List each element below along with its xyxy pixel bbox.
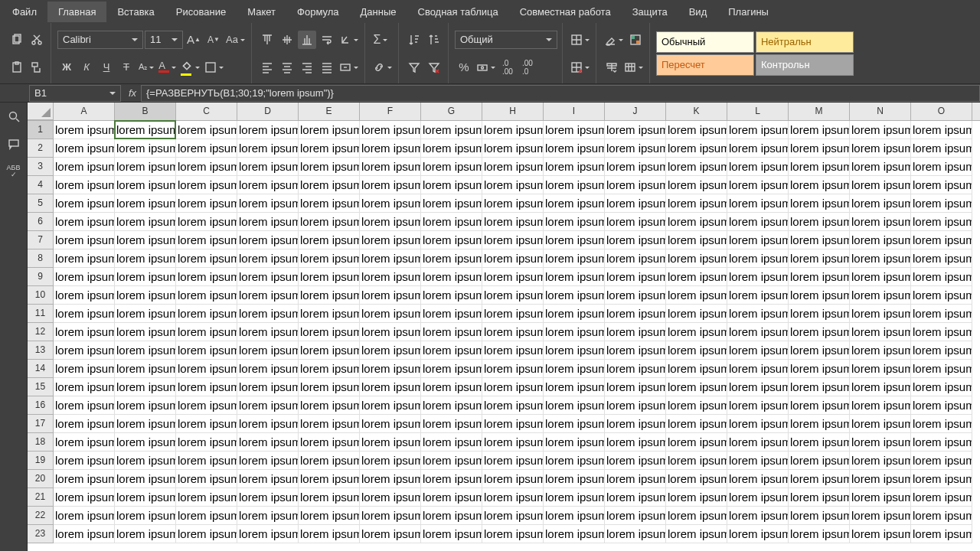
decrease-font-icon[interactable]: A▼ bbox=[204, 31, 223, 49]
row-header[interactable]: 17 bbox=[28, 415, 54, 433]
cell[interactable]: lorem ipsum bbox=[299, 139, 360, 158]
cell[interactable]: lorem ipsum bbox=[911, 360, 972, 378]
cell[interactable]: lorem ipsum bbox=[605, 268, 666, 286]
cell[interactable]: lorem ipsum bbox=[727, 323, 789, 341]
cell[interactable]: lorem ipsum bbox=[666, 268, 727, 286]
filter-icon[interactable] bbox=[405, 58, 423, 77]
cell[interactable]: lorem ipsum bbox=[605, 525, 666, 543]
column-header[interactable]: N bbox=[850, 103, 911, 120]
cell[interactable]: lorem ipsum bbox=[544, 249, 605, 268]
cell[interactable]: lorem ipsum bbox=[666, 139, 727, 158]
cell[interactable]: lorem ipsum bbox=[115, 305, 176, 323]
cell[interactable]: lorem ipsum bbox=[544, 305, 605, 323]
cell[interactable]: lorem ipsum bbox=[360, 470, 421, 488]
row-header[interactable]: 12 bbox=[28, 323, 54, 341]
cell[interactable]: lorem ipsum bbox=[911, 231, 972, 249]
cell[interactable]: lorem ipsum bbox=[115, 231, 176, 249]
insert-link-icon[interactable] bbox=[371, 58, 394, 77]
italic-button[interactable]: К bbox=[77, 58, 96, 77]
cell[interactable]: lorem ipsum bbox=[54, 525, 115, 543]
cell[interactable]: lorem ipsum bbox=[789, 213, 850, 231]
cell[interactable]: lorem ipsum bbox=[299, 194, 360, 213]
fx-icon[interactable]: fx bbox=[124, 87, 141, 99]
cell[interactable]: lorem ipsum bbox=[850, 341, 911, 360]
row-header[interactable]: 2 bbox=[28, 139, 54, 158]
cell[interactable]: lorem ipsum bbox=[850, 305, 911, 323]
style-neutral[interactable]: Нейтральн bbox=[756, 31, 854, 53]
cell[interactable]: lorem ipsum bbox=[237, 231, 299, 249]
cell[interactable]: lorem ipsum bbox=[176, 415, 237, 433]
cell[interactable]: lorem ipsum bbox=[789, 231, 850, 249]
cell[interactable]: lorem ipsum bbox=[727, 158, 789, 176]
cell[interactable]: lorem ipsum bbox=[176, 470, 237, 488]
cell[interactable]: lorem ipsum bbox=[299, 231, 360, 249]
cell[interactable]: lorem ipsum bbox=[850, 470, 911, 488]
row-header[interactable]: 16 bbox=[28, 396, 54, 415]
cell[interactable]: lorem ipsum bbox=[605, 213, 666, 231]
cell[interactable]: lorem ipsum bbox=[115, 176, 176, 194]
cell[interactable]: lorem ipsum bbox=[911, 415, 972, 433]
cell[interactable]: lorem ipsum bbox=[850, 488, 911, 507]
font-size-select[interactable]: 11 bbox=[145, 31, 183, 49]
cell[interactable]: lorem ipsum bbox=[176, 194, 237, 213]
cell[interactable]: lorem ipsum bbox=[421, 176, 482, 194]
name-box[interactable]: B1 bbox=[29, 85, 121, 102]
cell[interactable]: lorem ipsum bbox=[911, 452, 972, 470]
cell[interactable]: lorem ipsum bbox=[176, 360, 237, 378]
cell[interactable]: lorem ipsum bbox=[789, 360, 850, 378]
cell[interactable]: lorem ipsum bbox=[727, 452, 789, 470]
cell[interactable]: lorem ipsum bbox=[421, 433, 482, 452]
cell[interactable]: lorem ipsum bbox=[54, 341, 115, 360]
cell[interactable]: lorem ipsum bbox=[115, 139, 176, 158]
cell[interactable]: lorem ipsum bbox=[850, 231, 911, 249]
cell[interactable]: lorem ipsum bbox=[666, 433, 727, 452]
cell[interactable]: lorem ipsum bbox=[299, 378, 360, 396]
cell[interactable]: lorem ipsum bbox=[789, 194, 850, 213]
cell[interactable]: lorem ipsum bbox=[421, 507, 482, 525]
cell[interactable]: lorem ipsum bbox=[421, 268, 482, 286]
borders-icon[interactable] bbox=[203, 58, 225, 77]
cell[interactable]: lorem ipsum bbox=[237, 525, 299, 543]
cell[interactable]: lorem ipsum bbox=[176, 286, 237, 305]
cell[interactable]: lorem ipsum bbox=[544, 213, 605, 231]
cell[interactable]: lorem ipsum bbox=[54, 194, 115, 213]
cell[interactable]: lorem ipsum bbox=[666, 341, 727, 360]
increase-decimal-icon[interactable]: .00.0 bbox=[518, 58, 537, 77]
cell[interactable]: lorem ipsum bbox=[176, 305, 237, 323]
cell[interactable]: lorem ipsum bbox=[911, 488, 972, 507]
cell[interactable]: lorem ipsum bbox=[54, 360, 115, 378]
cell[interactable]: lorem ipsum bbox=[299, 323, 360, 341]
cell[interactable]: lorem ipsum bbox=[789, 507, 850, 525]
cell[interactable]: lorem ipsum bbox=[421, 378, 482, 396]
cell[interactable]: lorem ipsum bbox=[850, 194, 911, 213]
cell[interactable]: lorem ipsum bbox=[482, 396, 544, 415]
cell[interactable]: lorem ipsum bbox=[54, 507, 115, 525]
cell[interactable]: lorem ipsum bbox=[850, 525, 911, 543]
cell[interactable]: lorem ipsum bbox=[544, 194, 605, 213]
cell[interactable]: lorem ipsum bbox=[789, 415, 850, 433]
cell[interactable]: lorem ipsum bbox=[482, 415, 544, 433]
cell[interactable]: lorem ipsum bbox=[482, 121, 544, 139]
cell[interactable]: lorem ipsum bbox=[544, 488, 605, 507]
menu-главная[interactable]: Главная bbox=[47, 2, 106, 22]
cell[interactable]: lorem ipsum bbox=[482, 323, 544, 341]
cell[interactable]: lorem ipsum bbox=[360, 268, 421, 286]
cell[interactable]: lorem ipsum bbox=[605, 194, 666, 213]
cell[interactable]: lorem ipsum bbox=[666, 378, 727, 396]
style-calc[interactable]: Пересчет bbox=[656, 54, 754, 76]
row-header[interactable]: 4 bbox=[28, 176, 54, 194]
cell[interactable]: lorem ipsum bbox=[666, 415, 727, 433]
menu-данные[interactable]: Данные bbox=[350, 2, 407, 22]
cell[interactable]: lorem ipsum bbox=[482, 378, 544, 396]
cell[interactable]: lorem ipsum bbox=[237, 396, 299, 415]
cell[interactable]: lorem ipsum bbox=[850, 268, 911, 286]
cell[interactable]: lorem ipsum bbox=[911, 433, 972, 452]
cell[interactable]: lorem ipsum bbox=[299, 121, 360, 139]
cell[interactable]: lorem ipsum bbox=[727, 268, 789, 286]
cell[interactable]: lorem ipsum bbox=[544, 158, 605, 176]
cell[interactable]: lorem ipsum bbox=[605, 452, 666, 470]
cell[interactable]: lorem ipsum bbox=[54, 452, 115, 470]
row-header[interactable]: 5 bbox=[28, 194, 54, 213]
cell[interactable]: lorem ipsum bbox=[360, 360, 421, 378]
fill-color-icon[interactable] bbox=[179, 58, 201, 77]
